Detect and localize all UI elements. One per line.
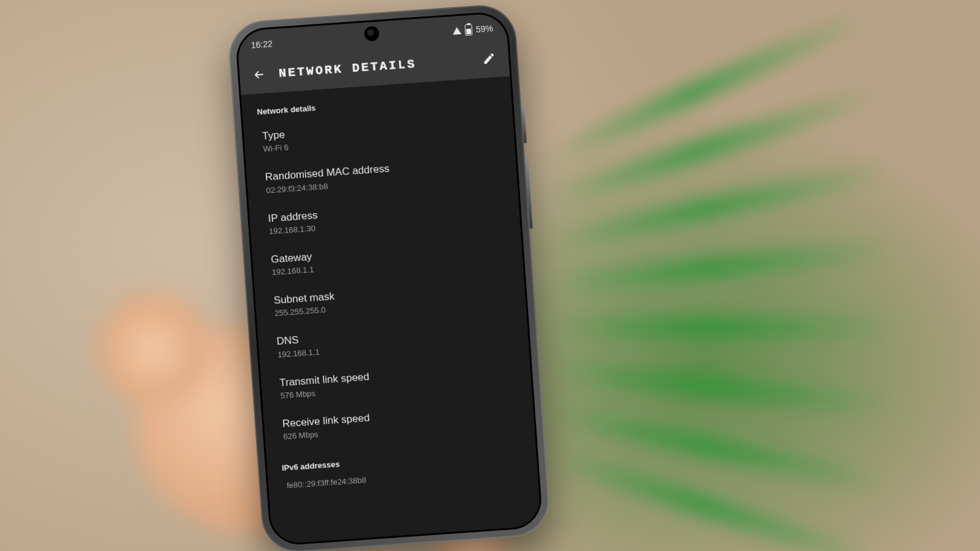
battery-percent: 59% [475,23,493,34]
arrow-left-icon [252,67,266,81]
page-title: NETWORK DETAILS [278,53,470,80]
pencil-icon [482,51,496,66]
photo-background: 16:22 59% NETWORK DETAILS [0,0,980,551]
battery-icon [464,24,472,36]
settings-content[interactable]: Network details Type Wi-Fi 6 Randomised … [241,76,541,544]
smartphone: 16:22 59% NETWORK DETAILS [227,3,551,551]
edit-button[interactable] [477,47,500,70]
phone-side-button [521,107,527,143]
phone-frame: 16:22 59% NETWORK DETAILS [227,3,551,551]
front-camera-hole [366,28,377,39]
palm-leaf-decoration [478,73,980,551]
clock: 16:22 [251,39,273,50]
back-button[interactable] [247,63,271,86]
phone-screen: 16:22 59% NETWORK DETAILS [235,10,543,546]
status-right-cluster: 59% [452,23,493,37]
signal-icon [453,27,462,35]
phone-volume-button [525,156,533,229]
